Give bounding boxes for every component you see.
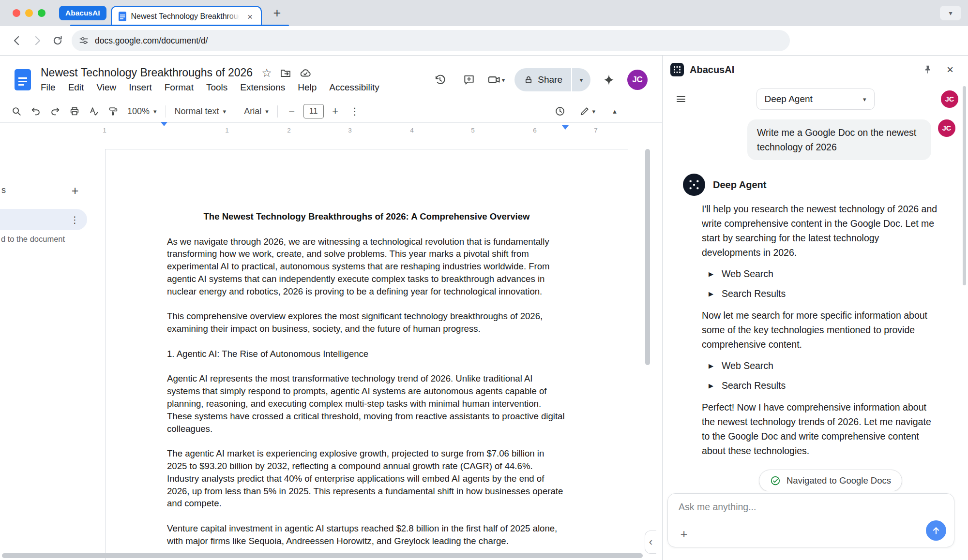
menu-item[interactable]: Tools (200, 81, 234, 94)
cloud-status-icon[interactable] (299, 67, 312, 79)
version-history-icon[interactable] (429, 69, 451, 90)
chat-item[interactable]: ▶ Search Results (709, 288, 947, 299)
vertical-scrollbar[interactable] (645, 149, 650, 365)
font-size-input[interactable]: 11 (303, 104, 324, 118)
menu-item[interactable]: File (34, 81, 62, 94)
chat-item[interactable]: ▶ Web Search (709, 268, 947, 280)
browser-tab-bar: AbacusAI Newest Technology Breakthroughs… (0, 0, 968, 26)
outline-hint-fragment: d to the document (1, 235, 65, 244)
document-paragraph[interactable]: The Newest Technology Breakthroughs of 2… (167, 210, 566, 223)
menu-item[interactable]: Help (291, 81, 323, 94)
tab-title: Newest Technology Breakthroughs of 2026 (131, 12, 240, 21)
spellcheck-icon[interactable] (85, 103, 103, 120)
document-tabs-header-fragment: s (1, 185, 6, 195)
horizontal-scrollbar[interactable] (2, 553, 643, 558)
print-icon[interactable] (66, 103, 83, 120)
style-value: Normal text (175, 106, 219, 117)
tab-search-button[interactable]: ▾ (940, 6, 961, 20)
paragraph-style-select[interactable]: Normal text ▾ (170, 103, 231, 120)
panel-account-avatar[interactable]: JC (941, 90, 958, 108)
document-tab-item-selected[interactable]: ⋮ (0, 209, 87, 230)
right-indent-marker[interactable] (562, 130, 569, 138)
send-button[interactable] (926, 520, 946, 541)
docs-header: Newest Technology Breakthroughs of 2026 … (0, 56, 662, 100)
chat-item-text: I'll help you research the newest techno… (702, 204, 937, 258)
chat-item[interactable]: ▶ Search Results (709, 380, 947, 391)
chat-input[interactable]: Ask me anything... (679, 501, 756, 513)
ruler-tick-label: 1 (225, 127, 229, 134)
move-folder-icon[interactable] (280, 67, 291, 79)
fullscreen-window-button[interactable] (38, 9, 45, 17)
attach-plus-icon[interactable]: + (676, 526, 692, 542)
menu-item[interactable]: Format (158, 81, 200, 94)
share-split-button: Share ▾ (514, 68, 590, 91)
font-value: Arial (244, 106, 261, 117)
site-info-icon[interactable] (78, 35, 89, 46)
share-button[interactable]: Share (514, 68, 571, 91)
ruler: 11234567 (0, 123, 662, 139)
star-icon[interactable]: ☆ (261, 66, 272, 80)
share-label: Share (538, 74, 562, 85)
document-canvas: s + ⋮ d to the document The Newest Techn… (0, 139, 662, 560)
ruler-tick-label: 5 (471, 127, 475, 134)
document-paragraph[interactable]: Agentic AI represents the most transform… (167, 372, 566, 435)
gemini-sparkle-icon[interactable] (598, 69, 620, 90)
hide-menus-icon[interactable]: ▴ (606, 103, 623, 120)
left-indent-marker[interactable] (161, 126, 167, 135)
menu-item[interactable]: Edit (62, 81, 91, 94)
editing-mode-select[interactable]: ▾ (579, 106, 595, 117)
forward-button[interactable] (27, 30, 47, 51)
chevron-down-icon[interactable]: ▾ (502, 76, 505, 84)
account-avatar[interactable]: JC (627, 70, 648, 90)
browser-tab-active[interactable]: Newest Technology Breakthroughs of 2026 … (111, 6, 262, 26)
tab-group-label[interactable]: AbacusAI (59, 6, 106, 20)
back-button[interactable] (7, 30, 27, 51)
add-tab-icon[interactable]: + (67, 182, 83, 199)
undo-icon[interactable] (27, 103, 45, 120)
comments-icon[interactable] (458, 69, 480, 90)
menu-item[interactable]: Insert (122, 81, 158, 94)
chat-item-text: Web Search (722, 360, 773, 371)
menu-hamburger-icon[interactable] (672, 90, 690, 108)
pin-icon[interactable] (920, 61, 936, 78)
collapse-panel-button[interactable]: ‹ (645, 531, 656, 554)
font-select[interactable]: Arial ▾ (240, 103, 273, 120)
decrease-font-size-icon[interactable]: − (283, 103, 301, 120)
document-paragraph[interactable]: As we navigate through 2026, we are witn… (167, 236, 566, 298)
close-tab-icon[interactable]: × (244, 11, 256, 22)
paint-format-icon[interactable] (105, 103, 122, 120)
chat-composer[interactable]: Ask me anything... + (667, 493, 954, 547)
close-panel-icon[interactable]: × (942, 61, 958, 78)
zoom-select[interactable]: 100% ▾ (123, 103, 161, 120)
document-page[interactable]: The Newest Technology Breakthroughs of 2… (105, 149, 628, 560)
agent-selector[interactable]: Deep Agent ▾ (756, 88, 875, 110)
document-paragraph[interactable]: 1. Agentic AI: The Rise of Autonomous In… (167, 348, 566, 360)
clock-icon[interactable] (551, 103, 569, 120)
menu-item[interactable]: Accessibility (323, 81, 385, 94)
chat-item[interactable]: ▶ Web Search (709, 360, 947, 371)
minimize-window-button[interactable] (25, 9, 33, 17)
new-tab-button[interactable]: + (270, 5, 285, 21)
search-menus-icon[interactable] (8, 103, 25, 120)
more-toolbar-options-icon[interactable]: ⋮ (346, 103, 363, 120)
close-window-button[interactable] (13, 9, 20, 17)
panel-scrollbar[interactable] (963, 86, 966, 285)
google-docs-logo[interactable] (15, 69, 31, 90)
redo-icon[interactable] (46, 103, 64, 120)
chat-item[interactable]: ▶ Navigated to Google Docs (759, 470, 902, 491)
tab-options-kebab-icon[interactable]: ⋮ (70, 214, 79, 225)
document-paragraph[interactable]: This comprehensive overview explores the… (167, 310, 566, 335)
menu-item[interactable]: Extensions (234, 81, 291, 94)
document-title[interactable]: Newest Technology Breakthroughs of 2026 (41, 66, 253, 79)
increase-font-size-icon[interactable]: + (327, 103, 344, 120)
url-text[interactable]: docs.google.com/document/d/ (95, 36, 208, 46)
meet-call-control[interactable]: ▾ (487, 73, 505, 87)
url-bar[interactable]: docs.google.com/document/d/ (72, 30, 790, 51)
menu-item[interactable]: View (90, 81, 122, 94)
share-dropdown-button[interactable]: ▾ (572, 68, 590, 91)
reload-button[interactable] (47, 30, 68, 51)
ruler-tick-label: 1 (103, 127, 106, 134)
document-paragraph[interactable]: Venture capital investment in agentic AI… (167, 522, 566, 547)
abacusai-logo-icon (670, 63, 684, 76)
document-paragraph[interactable]: The agentic AI market is experiencing ex… (167, 447, 566, 510)
